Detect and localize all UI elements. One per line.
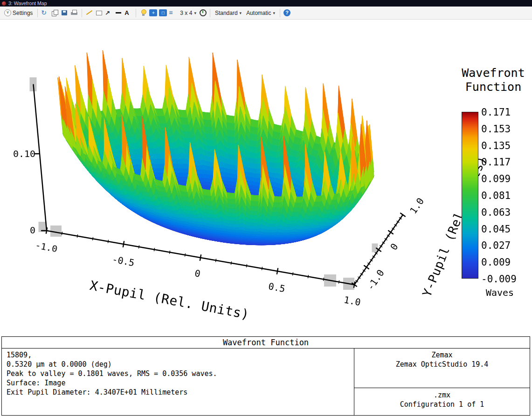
colorbar-tick-label: 0.063 [481,207,511,218]
automatic-dropdown[interactable]: Automatic ▾ [245,9,276,17]
toolbar-separator [37,9,38,17]
colorbar-tick-label: 0.081 [481,190,511,201]
window-mode-icon[interactable]: □ [159,9,167,16]
colorbar-tick-label: 0.135 [481,140,511,151]
wavefront-map-window: 3: Wavefront Map ∨ Settings ↻ ↗ A + □ ≡ … [0,0,532,417]
draw-line-tool-icon[interactable] [85,9,93,17]
vendor-name: Zemax [354,350,530,360]
summary-line-pv-rms: Peak to valley = 0.1801 waves, RMS = 0.0… [7,369,349,378]
window-title: 3: Wavefront Map [8,0,47,7]
status-panel: Wavefront Function 15809, 0.5320 µm at 0… [1,336,530,416]
auto-update-clock-icon[interactable] [200,9,207,16]
vendor-cell: Zemax Zemax OpticStudio 19.4 [354,349,530,388]
toolbar-separator [280,9,280,17]
colorbar-unit-label: Waves [472,287,528,298]
z-tick-label: 0.10 [13,148,35,159]
draw-rectangle-tool-icon[interactable] [95,9,103,17]
colorbar-tick-label: 0.045 [481,224,511,235]
colorbar-tick-label: 0.171 [481,107,511,118]
toolbar: ∨ Settings ↻ ↗ A + □ ≡ 3 x 4 ▾ Standard … [0,7,532,20]
legend-title: Wavefront Function [451,66,532,94]
refresh-icon[interactable]: ↻ [41,9,49,17]
summary-line-surface: Surface: Image [7,378,349,388]
draw-arrow-tool-icon[interactable]: ↗ [105,9,113,17]
help-icon[interactable]: ? [283,9,290,16]
colorbar-tick-label: 0.027 [481,240,511,251]
legend-title-line2: Function [451,80,532,94]
colorbar-tick-label: 0.009 [481,257,511,268]
toolbar-separator [136,9,136,17]
colorbar-tick-label: 0.117 [481,157,511,168]
configuration-label: Configuration 1 of 1 [354,400,530,409]
colorbar-tick-label: 0.153 [481,123,511,135]
summary-line-wavelength: 0.5320 µm at 0.0000 (deg) [7,360,349,369]
print-icon[interactable] [70,9,78,17]
toolbar-separator [82,9,82,17]
automatic-label: Automatic [246,10,271,16]
status-panel-title: Wavefront Function [2,337,530,349]
colorbar-tick-label: 0.099 [481,173,511,185]
settings-chevron-icon: ∨ [4,9,11,16]
grid-size-label: 3 x 4 [180,10,192,16]
copy-icon[interactable] [51,9,59,17]
draw-thick-line-tool-icon[interactable] [115,9,123,17]
colorbar [462,112,478,279]
draw-text-tool-icon[interactable]: A [124,9,132,17]
chevron-down-icon: ▾ [273,11,276,15]
summary-line-exit-pupil: Exit Pupil Diameter: 4.3407E+01 Millimet… [7,388,349,397]
vendor-product: Zemax OpticStudio 19.4 [354,360,530,369]
settings-dropdown[interactable]: ∨ Settings [3,8,34,17]
summary-line-lens: 15809, [7,350,349,360]
standard-dropdown[interactable]: Standard ▾ [214,9,243,17]
colorbar-tick-label: -0.009 [481,273,517,285]
chevron-down-icon: ▾ [240,11,242,15]
active-cursor-icon[interactable]: + [149,9,157,16]
title-bar[interactable]: 3: Wavefront Map [0,0,532,7]
invert-background-icon[interactable] [139,9,147,17]
save-icon[interactable] [61,9,69,17]
analysis-summary: 15809, 0.5320 µm at 0.0000 (deg) Peak to… [2,349,354,415]
z-tick-label: 0 [30,225,35,236]
chevron-down-icon: ▾ [194,11,196,15]
grid-size-dropdown[interactable]: 3 x 4 ▾ [179,9,198,17]
standard-label: Standard [215,10,238,16]
legend-title-line1: Wavefront [451,66,532,80]
file-name: .zmx [354,390,530,400]
toolbar-separator [210,9,210,17]
layers-icon[interactable]: ≡ [169,9,177,17]
file-cell: .zmx Configuration 1 of 1 [354,388,530,415]
app-icon [2,1,6,6]
settings-label: Settings [13,10,33,16]
